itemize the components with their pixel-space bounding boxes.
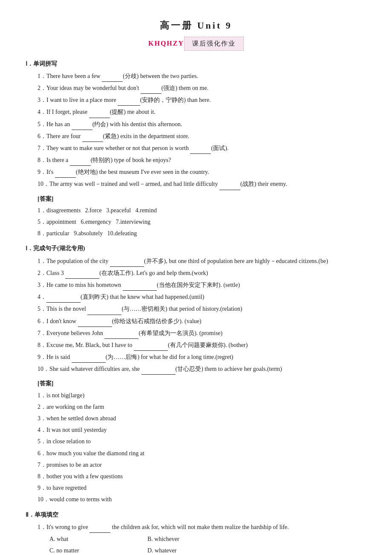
section-multiple-choice: Ⅱ．单项填空 1．It's wrong to give the children… bbox=[26, 509, 366, 555]
blank bbox=[219, 179, 240, 190]
q1-6: 6．There are four (紧急) exits in the depar… bbox=[26, 131, 366, 142]
q1-7: 7．They want to make sure whether or not … bbox=[26, 143, 366, 154]
section-spelling: Ⅰ．单词拼写 1．There have been a few (分歧) betw… bbox=[26, 58, 366, 239]
q2-1: 1．The population of the city (并不多), but … bbox=[26, 256, 366, 267]
q1-8: 8．Is there a (特别的) type of book he enjoy… bbox=[26, 155, 366, 166]
blank bbox=[55, 167, 76, 178]
q3-1-options2: C. no matter D. whatever bbox=[49, 545, 366, 555]
q2-6: 6．I don't know (你给这钻石戒指估价多少). (value) bbox=[26, 316, 366, 327]
q1-1: 1．There have been a few (分歧) between the… bbox=[26, 71, 366, 82]
q2-9: 9．He is said (为……后悔) for what he did for… bbox=[26, 352, 366, 363]
option-d: D. whatever bbox=[147, 545, 233, 555]
q2-8: 8．Excuse me, Mr. Black, but I have to (有… bbox=[26, 340, 366, 351]
brand-label: KHQHZY bbox=[148, 38, 184, 50]
q2-4: 4． (直到昨天) that he knew what had happened… bbox=[26, 292, 366, 303]
option-a: A. what bbox=[49, 534, 135, 544]
blank bbox=[72, 352, 106, 363]
section-complete-sentence: Ⅰ．完成句子(湖北专用) 1．The population of the cit… bbox=[26, 243, 366, 505]
q2-10: 10．She said whatever difficulties are, s… bbox=[26, 364, 366, 375]
section2-answers: [答案] 1．is not big(large) 2．are working o… bbox=[37, 378, 366, 505]
q2-2: 2．Class 3 (在农场工作). Let's go and help the… bbox=[26, 268, 366, 279]
blank bbox=[72, 119, 92, 130]
section2-header: Ⅰ．完成句子(湖北专用) bbox=[26, 243, 366, 254]
q3-1-options: A. what B. whichever bbox=[49, 534, 366, 544]
blank bbox=[102, 71, 123, 82]
q1-2: 2．Your ideas may be wonderful but don't … bbox=[26, 83, 366, 94]
blank bbox=[70, 155, 91, 166]
blank bbox=[78, 316, 112, 327]
subtitle-bar: KHQHZY 课后强化作业 bbox=[26, 37, 366, 51]
q1-10: 10．The army was well－trained and well－ar… bbox=[26, 179, 366, 190]
q1-4: 4．If I forget, please (提醒) me about it. bbox=[26, 107, 366, 118]
blank bbox=[89, 107, 110, 118]
blank bbox=[190, 143, 211, 154]
blank bbox=[141, 83, 161, 94]
blank bbox=[65, 268, 99, 279]
q2-7: 7．Everyone believes John (有希望成为一名演员). (p… bbox=[26, 328, 366, 339]
section3-header: Ⅱ．单项填空 bbox=[26, 509, 366, 520]
option-b: B. whichever bbox=[147, 534, 233, 544]
blank bbox=[82, 131, 103, 142]
blank bbox=[141, 364, 176, 375]
blank bbox=[46, 292, 81, 303]
blank bbox=[110, 256, 144, 267]
q1-5: 5．He has an (约会) with his dentist this a… bbox=[26, 119, 366, 130]
blank bbox=[89, 522, 110, 533]
q3-1: 1．It's wrong to give the children ask fo… bbox=[26, 522, 366, 533]
section-spelling-header: Ⅰ．单词拼写 bbox=[26, 58, 366, 69]
blank bbox=[123, 280, 157, 291]
option-c: C. no matter bbox=[49, 545, 135, 555]
blank bbox=[104, 328, 138, 339]
subtitle-text: 课后强化作业 bbox=[184, 37, 244, 51]
blank bbox=[87, 304, 121, 315]
q2-3: 3．He came to miss his hometown (当他在国外安定下… bbox=[26, 280, 366, 291]
page-title: 高一册 Unit 9 bbox=[26, 17, 366, 34]
section1-answers: [答案] 1．disagreements 2.force 3.peaceful … bbox=[37, 194, 366, 239]
blank bbox=[134, 340, 168, 351]
q1-9: 9．It's (绝对地) the best museum I've ever s… bbox=[26, 167, 366, 178]
blank bbox=[118, 95, 140, 106]
q2-5: 5．This is the novel (与……密切相关) that perio… bbox=[26, 304, 366, 315]
q1-3: 3．I want to live in a place more (安静的，宁静… bbox=[26, 95, 366, 106]
